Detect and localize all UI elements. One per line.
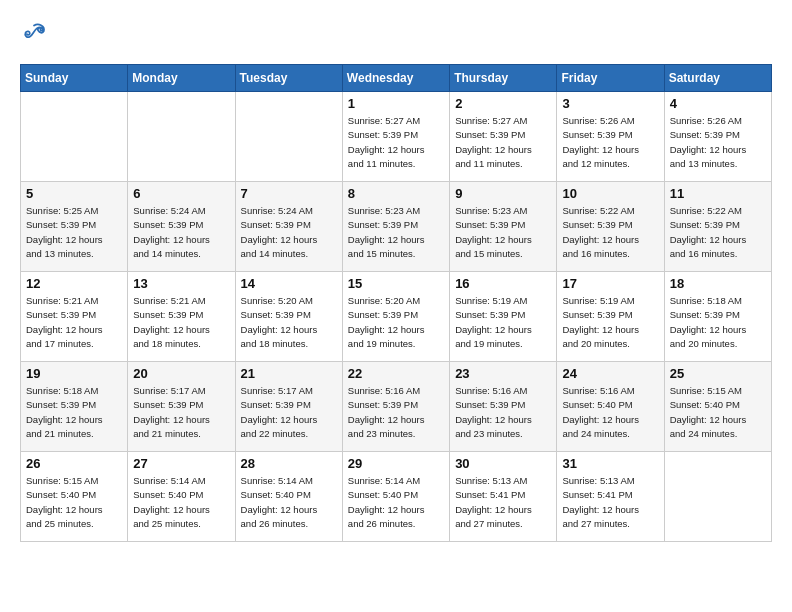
calendar-day-cell: 7Sunrise: 5:24 AM Sunset: 5:39 PM Daylig… (235, 182, 342, 272)
day-number: 27 (133, 456, 229, 471)
day-info: Sunrise: 5:14 AM Sunset: 5:40 PM Dayligh… (241, 474, 337, 531)
weekday-header: Thursday (450, 65, 557, 92)
logo (20, 20, 52, 48)
day-number: 6 (133, 186, 229, 201)
calendar-week-row: 1Sunrise: 5:27 AM Sunset: 5:39 PM Daylig… (21, 92, 772, 182)
calendar-header-row: SundayMondayTuesdayWednesdayThursdayFrid… (21, 65, 772, 92)
calendar-day-cell: 5Sunrise: 5:25 AM Sunset: 5:39 PM Daylig… (21, 182, 128, 272)
day-number: 7 (241, 186, 337, 201)
calendar-day-cell: 8Sunrise: 5:23 AM Sunset: 5:39 PM Daylig… (342, 182, 449, 272)
calendar-week-row: 5Sunrise: 5:25 AM Sunset: 5:39 PM Daylig… (21, 182, 772, 272)
day-info: Sunrise: 5:18 AM Sunset: 5:39 PM Dayligh… (26, 384, 122, 441)
day-number: 31 (562, 456, 658, 471)
calendar-day-cell: 13Sunrise: 5:21 AM Sunset: 5:39 PM Dayli… (128, 272, 235, 362)
day-number: 18 (670, 276, 766, 291)
calendar-day-cell: 24Sunrise: 5:16 AM Sunset: 5:40 PM Dayli… (557, 362, 664, 452)
day-info: Sunrise: 5:13 AM Sunset: 5:41 PM Dayligh… (562, 474, 658, 531)
calendar-day-cell: 30Sunrise: 5:13 AM Sunset: 5:41 PM Dayli… (450, 452, 557, 542)
calendar-day-cell: 11Sunrise: 5:22 AM Sunset: 5:39 PM Dayli… (664, 182, 771, 272)
day-info: Sunrise: 5:16 AM Sunset: 5:40 PM Dayligh… (562, 384, 658, 441)
weekday-header: Friday (557, 65, 664, 92)
day-info: Sunrise: 5:24 AM Sunset: 5:39 PM Dayligh… (241, 204, 337, 261)
calendar-day-cell: 25Sunrise: 5:15 AM Sunset: 5:40 PM Dayli… (664, 362, 771, 452)
calendar-day-cell: 22Sunrise: 5:16 AM Sunset: 5:39 PM Dayli… (342, 362, 449, 452)
day-info: Sunrise: 5:19 AM Sunset: 5:39 PM Dayligh… (562, 294, 658, 351)
day-info: Sunrise: 5:16 AM Sunset: 5:39 PM Dayligh… (455, 384, 551, 441)
day-number: 2 (455, 96, 551, 111)
calendar-day-cell: 21Sunrise: 5:17 AM Sunset: 5:39 PM Dayli… (235, 362, 342, 452)
calendar-day-cell: 17Sunrise: 5:19 AM Sunset: 5:39 PM Dayli… (557, 272, 664, 362)
calendar-day-cell: 26Sunrise: 5:15 AM Sunset: 5:40 PM Dayli… (21, 452, 128, 542)
day-number: 28 (241, 456, 337, 471)
calendar-day-cell: 18Sunrise: 5:18 AM Sunset: 5:39 PM Dayli… (664, 272, 771, 362)
day-number: 1 (348, 96, 444, 111)
day-number: 4 (670, 96, 766, 111)
calendar-day-cell: 10Sunrise: 5:22 AM Sunset: 5:39 PM Dayli… (557, 182, 664, 272)
day-info: Sunrise: 5:23 AM Sunset: 5:39 PM Dayligh… (455, 204, 551, 261)
calendar-day-cell: 3Sunrise: 5:26 AM Sunset: 5:39 PM Daylig… (557, 92, 664, 182)
calendar-day-cell (664, 452, 771, 542)
calendar-day-cell: 19Sunrise: 5:18 AM Sunset: 5:39 PM Dayli… (21, 362, 128, 452)
day-number: 24 (562, 366, 658, 381)
calendar-day-cell: 16Sunrise: 5:19 AM Sunset: 5:39 PM Dayli… (450, 272, 557, 362)
day-info: Sunrise: 5:14 AM Sunset: 5:40 PM Dayligh… (348, 474, 444, 531)
day-number: 17 (562, 276, 658, 291)
day-number: 14 (241, 276, 337, 291)
day-info: Sunrise: 5:17 AM Sunset: 5:39 PM Dayligh… (133, 384, 229, 441)
calendar-day-cell: 12Sunrise: 5:21 AM Sunset: 5:39 PM Dayli… (21, 272, 128, 362)
weekday-header: Tuesday (235, 65, 342, 92)
day-info: Sunrise: 5:27 AM Sunset: 5:39 PM Dayligh… (348, 114, 444, 171)
day-info: Sunrise: 5:23 AM Sunset: 5:39 PM Dayligh… (348, 204, 444, 261)
day-info: Sunrise: 5:27 AM Sunset: 5:39 PM Dayligh… (455, 114, 551, 171)
day-info: Sunrise: 5:16 AM Sunset: 5:39 PM Dayligh… (348, 384, 444, 441)
day-info: Sunrise: 5:21 AM Sunset: 5:39 PM Dayligh… (26, 294, 122, 351)
logo-bird-icon (20, 20, 48, 48)
calendar-day-cell (21, 92, 128, 182)
day-number: 3 (562, 96, 658, 111)
weekday-header: Monday (128, 65, 235, 92)
day-info: Sunrise: 5:26 AM Sunset: 5:39 PM Dayligh… (670, 114, 766, 171)
calendar-week-row: 26Sunrise: 5:15 AM Sunset: 5:40 PM Dayli… (21, 452, 772, 542)
calendar-table: SundayMondayTuesdayWednesdayThursdayFrid… (20, 64, 772, 542)
day-number: 15 (348, 276, 444, 291)
calendar-day-cell: 15Sunrise: 5:20 AM Sunset: 5:39 PM Dayli… (342, 272, 449, 362)
weekday-header: Saturday (664, 65, 771, 92)
calendar-day-cell: 27Sunrise: 5:14 AM Sunset: 5:40 PM Dayli… (128, 452, 235, 542)
day-number: 25 (670, 366, 766, 381)
calendar-week-row: 12Sunrise: 5:21 AM Sunset: 5:39 PM Dayli… (21, 272, 772, 362)
day-number: 10 (562, 186, 658, 201)
day-info: Sunrise: 5:20 AM Sunset: 5:39 PM Dayligh… (348, 294, 444, 351)
calendar-day-cell: 28Sunrise: 5:14 AM Sunset: 5:40 PM Dayli… (235, 452, 342, 542)
day-info: Sunrise: 5:24 AM Sunset: 5:39 PM Dayligh… (133, 204, 229, 261)
day-info: Sunrise: 5:25 AM Sunset: 5:39 PM Dayligh… (26, 204, 122, 261)
day-info: Sunrise: 5:17 AM Sunset: 5:39 PM Dayligh… (241, 384, 337, 441)
calendar-day-cell: 31Sunrise: 5:13 AM Sunset: 5:41 PM Dayli… (557, 452, 664, 542)
calendar-day-cell: 1Sunrise: 5:27 AM Sunset: 5:39 PM Daylig… (342, 92, 449, 182)
day-info: Sunrise: 5:26 AM Sunset: 5:39 PM Dayligh… (562, 114, 658, 171)
day-info: Sunrise: 5:21 AM Sunset: 5:39 PM Dayligh… (133, 294, 229, 351)
weekday-header: Wednesday (342, 65, 449, 92)
day-number: 21 (241, 366, 337, 381)
day-info: Sunrise: 5:13 AM Sunset: 5:41 PM Dayligh… (455, 474, 551, 531)
day-info: Sunrise: 5:22 AM Sunset: 5:39 PM Dayligh… (670, 204, 766, 261)
day-number: 30 (455, 456, 551, 471)
calendar-body: 1Sunrise: 5:27 AM Sunset: 5:39 PM Daylig… (21, 92, 772, 542)
day-number: 5 (26, 186, 122, 201)
page-header (20, 20, 772, 48)
day-number: 26 (26, 456, 122, 471)
calendar-day-cell (128, 92, 235, 182)
calendar-day-cell: 23Sunrise: 5:16 AM Sunset: 5:39 PM Dayli… (450, 362, 557, 452)
day-number: 11 (670, 186, 766, 201)
day-number: 16 (455, 276, 551, 291)
calendar-day-cell (235, 92, 342, 182)
calendar-day-cell: 29Sunrise: 5:14 AM Sunset: 5:40 PM Dayli… (342, 452, 449, 542)
day-number: 13 (133, 276, 229, 291)
calendar-day-cell: 2Sunrise: 5:27 AM Sunset: 5:39 PM Daylig… (450, 92, 557, 182)
weekday-header: Sunday (21, 65, 128, 92)
day-info: Sunrise: 5:15 AM Sunset: 5:40 PM Dayligh… (670, 384, 766, 441)
calendar-day-cell: 4Sunrise: 5:26 AM Sunset: 5:39 PM Daylig… (664, 92, 771, 182)
day-number: 19 (26, 366, 122, 381)
day-info: Sunrise: 5:18 AM Sunset: 5:39 PM Dayligh… (670, 294, 766, 351)
calendar-day-cell: 6Sunrise: 5:24 AM Sunset: 5:39 PM Daylig… (128, 182, 235, 272)
day-info: Sunrise: 5:20 AM Sunset: 5:39 PM Dayligh… (241, 294, 337, 351)
